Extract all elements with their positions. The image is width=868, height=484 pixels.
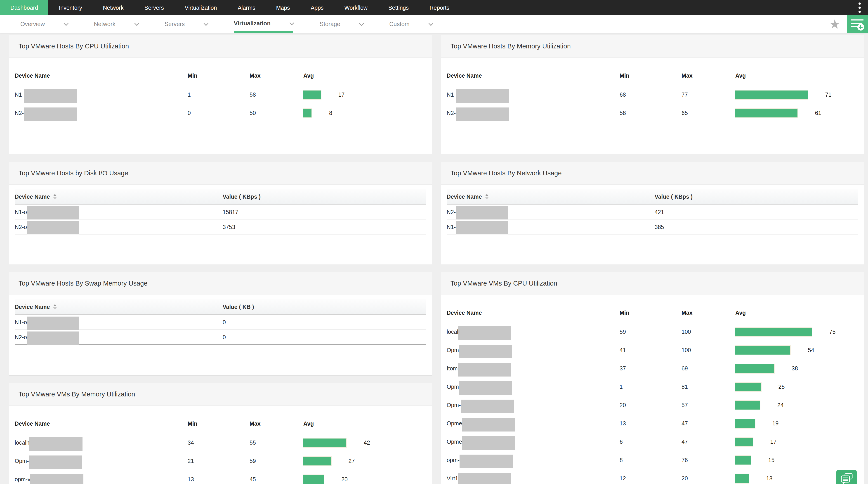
table-row[interactable]: localh345542: [15, 433, 426, 452]
min-value: 58: [620, 110, 682, 116]
add-widget-button[interactable]: [847, 16, 868, 33]
device-name[interactable]: N2-: [447, 110, 456, 116]
nav-item-dashboard[interactable]: Dashboard: [0, 0, 49, 16]
table-row[interactable]: N1-385: [447, 220, 858, 234]
nav-item-apps[interactable]: Apps: [301, 0, 334, 16]
table-row[interactable]: N1-15817: [15, 86, 426, 104]
table-row[interactable]: N2-421: [447, 204, 858, 220]
column-header-max: Max: [250, 420, 303, 427]
device-name[interactable]: opm-v: [15, 476, 30, 483]
device-name-cell: N2-: [447, 204, 655, 220]
nav-item-maps[interactable]: Maps: [266, 0, 300, 16]
support-chat-button[interactable]: [836, 470, 857, 484]
device-name[interactable]: N1-: [447, 91, 456, 98]
device-name[interactable]: local: [447, 329, 458, 335]
device-name[interactable]: Opm-: [447, 402, 461, 408]
device-name[interactable]: Virt1: [447, 475, 458, 482]
nav-item-servers[interactable]: Servers: [134, 0, 174, 16]
tab-servers[interactable]: Servers: [164, 16, 207, 33]
min-value: 8: [620, 457, 682, 463]
min-value: 59: [620, 329, 682, 335]
chevron-down-icon[interactable]: [64, 21, 68, 26]
column-header-device-name[interactable]: Device Name: [15, 194, 223, 200]
nav-item-reports[interactable]: Reports: [419, 0, 460, 16]
table-row[interactable]: Itom376938: [447, 359, 858, 378]
table-row[interactable]: N1-o15817: [15, 204, 426, 220]
device-name[interactable]: N2-o: [15, 224, 27, 230]
chevron-down-icon[interactable]: [359, 21, 364, 26]
nav-item-inventory[interactable]: Inventory: [49, 0, 92, 16]
table-row[interactable]: Opme64717: [447, 433, 858, 451]
support-chat-icon: [839, 472, 854, 484]
table-row[interactable]: local5910075: [447, 323, 858, 341]
chevron-down-icon[interactable]: [289, 20, 294, 25]
table-row[interactable]: N1-687771: [447, 86, 858, 104]
min-value: 13: [188, 476, 250, 483]
device-name[interactable]: opm-: [447, 457, 460, 463]
device-name[interactable]: Itom: [447, 365, 458, 372]
device-name[interactable]: N1-: [15, 91, 24, 98]
device-name-cell: Virt1: [447, 471, 620, 484]
nav-item-virtualization[interactable]: Virtualization: [174, 0, 227, 16]
tab-overview[interactable]: Overview: [20, 16, 67, 33]
avg-value: 75: [829, 329, 836, 335]
widget-title: Top VMware Hosts By Swap Memory Usage: [19, 280, 148, 287]
column-header-value[interactable]: Value ( KBps ): [655, 194, 858, 200]
table-row[interactable]: opm-v134520: [15, 470, 426, 484]
device-name-cell: localh: [15, 435, 188, 451]
device-name[interactable]: Opme: [447, 420, 462, 427]
table-row[interactable]: N2-o0: [15, 330, 426, 345]
device-name[interactable]: N1-: [447, 224, 456, 230]
value: 385: [655, 224, 858, 230]
tab-network[interactable]: Network: [94, 16, 138, 33]
column-header-device-name: Device Name: [447, 73, 620, 79]
table-row[interactable]: Opm-215927: [15, 452, 426, 470]
chevron-down-icon[interactable]: [134, 21, 139, 26]
nav-item-network[interactable]: Network: [92, 0, 134, 16]
table-row[interactable]: Opme134719: [447, 414, 858, 433]
table-row[interactable]: Opm4110054: [447, 341, 858, 359]
device-name[interactable]: localh: [15, 439, 29, 446]
min-value: 13: [620, 420, 682, 427]
device-name[interactable]: N1-o: [15, 209, 27, 216]
tab-storage[interactable]: Storage: [320, 16, 363, 33]
avg-cell: 24: [735, 401, 858, 409]
nav-item-settings[interactable]: Settings: [378, 0, 419, 16]
chevron-down-icon[interactable]: [204, 21, 209, 26]
device-name[interactable]: N2-: [15, 110, 24, 116]
column-header-device-name[interactable]: Device Name: [447, 194, 655, 200]
nav-item-workflow[interactable]: Workflow: [334, 0, 378, 16]
chevron-down-icon[interactable]: [428, 21, 433, 26]
redacted-device-name: [456, 221, 508, 234]
device-name[interactable]: Opm: [447, 347, 459, 353]
device-name[interactable]: N2-o: [15, 334, 27, 341]
avg-bar: [735, 474, 749, 483]
device-name[interactable]: Opm-: [15, 458, 29, 464]
column-header-value[interactable]: Value ( KB ): [223, 304, 426, 310]
table-row[interactable]: Virt1122013: [447, 469, 858, 484]
more-options-icon[interactable]: [856, 1, 863, 15]
redacted-device-name: [24, 108, 77, 121]
device-name[interactable]: Opm: [447, 383, 459, 390]
avg-bar: [735, 90, 808, 99]
table-row[interactable]: N2-586561: [447, 104, 858, 122]
table-row[interactable]: N2-0508: [15, 104, 426, 122]
table-row[interactable]: N2-o3753: [15, 220, 426, 234]
column-header-device-name[interactable]: Device Name: [15, 304, 223, 310]
redacted-device-name: [459, 381, 512, 395]
column-header-device-name: Device Name: [447, 310, 620, 316]
table-row[interactable]: Opm18125: [447, 378, 858, 396]
table-row[interactable]: N1-o0: [15, 315, 426, 330]
tab-virtualization[interactable]: Virtualization: [234, 16, 293, 33]
device-name[interactable]: N1-o: [15, 319, 27, 325]
favorite-star-icon[interactable]: ★: [829, 18, 840, 31]
nav-item-alarms[interactable]: Alarms: [227, 0, 266, 16]
table-row[interactable]: Opm-205724: [447, 396, 858, 414]
column-header-value[interactable]: Value ( KBps ): [223, 194, 426, 200]
avg-cell: 25: [735, 382, 858, 391]
tab-custom[interactable]: Custom: [389, 16, 432, 33]
device-name[interactable]: Opme: [447, 438, 462, 445]
device-name[interactable]: N2-: [447, 209, 456, 216]
table-row[interactable]: opm-87615: [447, 451, 858, 469]
column-header-avg: Avg: [303, 73, 426, 79]
